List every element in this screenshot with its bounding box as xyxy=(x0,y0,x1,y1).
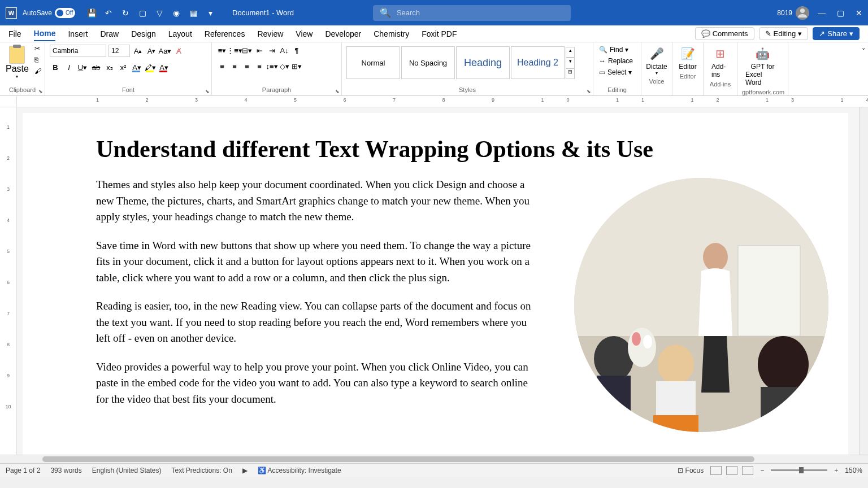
styles-up-icon[interactable]: ▴ xyxy=(566,47,575,58)
styles-dialog-launcher[interactable]: ⬊ xyxy=(587,89,591,94)
align-center-icon[interactable]: ≡ xyxy=(229,60,240,72)
style-no-spacing[interactable]: No Spacing xyxy=(401,46,455,79)
font-dialog-launcher[interactable]: ⬊ xyxy=(205,89,210,94)
search-box[interactable]: 🔍 xyxy=(373,5,571,21)
tab-references[interactable]: References xyxy=(205,27,245,41)
undo-icon[interactable]: ↶ xyxy=(103,8,114,18)
show-marks-icon[interactable]: ¶ xyxy=(291,45,302,56)
superscript-icon[interactable]: x² xyxy=(118,62,129,73)
tab-developer[interactable]: Developer xyxy=(325,27,361,41)
accessibility-status[interactable]: ♿ Accessibility: Investigate xyxy=(258,467,341,474)
page-count[interactable]: Page 1 of 2 xyxy=(6,467,40,474)
qat-icon[interactable]: ▢ xyxy=(137,8,147,18)
underline-icon[interactable]: U▾ xyxy=(77,62,88,73)
text-effects-icon[interactable]: A▾ xyxy=(131,62,142,73)
bullets-icon[interactable]: ≡▾ xyxy=(216,45,228,56)
font-size-select[interactable] xyxy=(108,45,130,57)
decrease-indent-icon[interactable]: ⇤ xyxy=(254,45,265,56)
editing-mode-button[interactable]: ✎ Editing ▾ xyxy=(759,27,809,40)
autosave-toggle[interactable]: AutoSave Off xyxy=(23,8,75,18)
copy-icon[interactable]: ⎘ xyxy=(34,56,45,66)
tab-draw[interactable]: Draw xyxy=(100,27,119,41)
replace-button[interactable]: ↔ Replace xyxy=(598,56,634,66)
zoom-slider[interactable] xyxy=(771,469,827,471)
qat-icon2[interactable]: ◉ xyxy=(171,8,181,18)
borders-icon[interactable]: ⊞▾ xyxy=(291,60,302,72)
grow-font-icon[interactable]: A▴ xyxy=(132,45,144,56)
share-button[interactable]: ↗ Share ▾ xyxy=(813,27,860,40)
format-painter-icon[interactable]: 🖌 xyxy=(34,67,45,77)
horizontal-scrollbar[interactable] xyxy=(0,455,868,463)
tab-layout[interactable]: Layout xyxy=(168,27,192,41)
justify-icon[interactable]: ≡ xyxy=(254,60,265,72)
paste-button[interactable]: Paste ▾ xyxy=(5,45,30,80)
minimize-icon[interactable]: — xyxy=(818,8,826,18)
style-heading1[interactable]: Heading xyxy=(456,46,510,79)
language-status[interactable]: English (United States) xyxy=(92,467,162,474)
shrink-font-icon[interactable]: A▾ xyxy=(146,45,157,56)
vertical-ruler[interactable]: 12345678910 xyxy=(0,107,17,455)
clipboard-dialog-launcher[interactable]: ⬊ xyxy=(38,89,43,94)
editor-button[interactable]: 📝 Editor xyxy=(677,45,698,72)
zoom-in-icon[interactable]: + xyxy=(834,467,838,474)
document-page[interactable]: Understand different Text Wrapping Optio… xyxy=(23,113,848,455)
change-case-icon[interactable]: Aa▾ xyxy=(159,45,171,56)
multilevel-icon[interactable]: ⊟▾ xyxy=(241,45,253,56)
tab-insert[interactable]: Insert xyxy=(68,27,88,41)
addins-button[interactable]: ⊞ Add-ins xyxy=(708,45,732,80)
horizontal-ruler[interactable]: 1 2 3 4 5 6 7 8 9 10 11 12 13 14 15 16 1… xyxy=(0,96,868,107)
font-name-select[interactable] xyxy=(50,45,106,57)
read-mode-icon[interactable] xyxy=(710,466,722,475)
shading-icon[interactable]: ◇▾ xyxy=(279,60,290,72)
print-layout-icon[interactable] xyxy=(726,466,737,475)
web-layout-icon[interactable] xyxy=(742,466,753,475)
tab-file[interactable]: File xyxy=(8,27,21,41)
line-spacing-icon[interactable]: ↕≡▾ xyxy=(266,60,277,72)
gpt-button[interactable]: 🤖 GPT for Excel Word xyxy=(742,45,783,88)
cut-icon[interactable]: ✂ xyxy=(34,45,45,55)
align-left-icon[interactable]: ≡ xyxy=(216,60,228,72)
styles-down-icon[interactable]: ▾ xyxy=(566,58,575,68)
search-input[interactable] xyxy=(397,8,564,17)
tab-home[interactable]: Home xyxy=(34,27,56,41)
font-color-icon[interactable]: A▾ xyxy=(158,62,170,73)
save-icon[interactable]: 💾 xyxy=(86,8,97,18)
zoom-out-icon[interactable]: − xyxy=(760,467,764,474)
strikethrough-icon[interactable]: ab xyxy=(90,62,102,73)
tab-view[interactable]: View xyxy=(296,27,313,41)
tab-design[interactable]: Design xyxy=(131,27,156,41)
comments-button[interactable]: 💬 Comments xyxy=(695,27,754,40)
subscript-icon[interactable]: x₂ xyxy=(104,62,115,73)
qat-icon3[interactable]: ▦ xyxy=(188,8,198,18)
sort-icon[interactable]: A↓ xyxy=(279,45,290,56)
dictate-button[interactable]: 🎤 Dictate ▾ xyxy=(646,45,667,77)
maximize-icon[interactable]: ▢ xyxy=(837,8,844,18)
clear-format-icon[interactable]: A̸ xyxy=(173,45,184,56)
zoom-level[interactable]: 150% xyxy=(845,467,862,474)
qat-more-icon[interactable]: ▾ xyxy=(205,8,215,18)
numbering-icon[interactable]: ⋮≡▾ xyxy=(229,45,240,56)
wrapped-image[interactable] xyxy=(574,178,828,432)
tab-review[interactable]: Review xyxy=(257,27,283,41)
style-heading2[interactable]: Heading 2 xyxy=(511,46,565,79)
tab-chemistry[interactable]: Chemistry xyxy=(374,27,409,41)
close-icon[interactable]: ✕ xyxy=(856,8,862,18)
highlight-icon[interactable]: 🖍▾ xyxy=(145,62,156,73)
align-right-icon[interactable]: ≡ xyxy=(241,60,253,72)
filter-icon[interactable]: ▽ xyxy=(154,8,164,18)
collapse-ribbon-icon[interactable]: ⌄ xyxy=(859,42,868,95)
focus-mode[interactable]: ⊡ Focus xyxy=(678,467,704,474)
italic-icon[interactable]: I xyxy=(63,62,75,73)
styles-more-icon[interactable]: ⊟ xyxy=(566,68,575,79)
increase-indent-icon[interactable]: ⇥ xyxy=(266,45,277,56)
find-button[interactable]: 🔍 Find ▾ xyxy=(598,45,634,55)
macro-icon[interactable]: ▶ xyxy=(242,467,248,474)
vertical-scrollbar[interactable] xyxy=(860,107,868,455)
tab-foxit[interactable]: Foxit PDF xyxy=(422,27,457,41)
text-predictions-status[interactable]: Text Predictions: On xyxy=(172,467,232,474)
bold-icon[interactable]: B xyxy=(50,62,61,73)
style-normal[interactable]: Normal xyxy=(346,46,400,79)
redo-icon[interactable]: ↻ xyxy=(120,8,131,18)
user-badge[interactable]: 8019 xyxy=(777,6,809,20)
select-button[interactable]: ▭ Select▾ xyxy=(598,67,634,77)
